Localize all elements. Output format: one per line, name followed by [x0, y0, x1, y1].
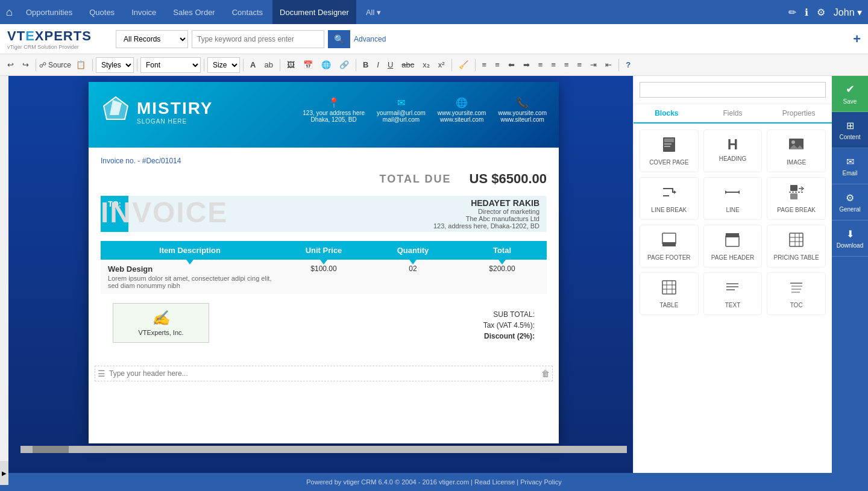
home-icon[interactable]: ⌂: [6, 6, 13, 19]
nav-opportunities[interactable]: Opportunities: [19, 0, 80, 24]
panel-search-input[interactable]: [640, 82, 826, 98]
nav-contacts[interactable]: Contacts: [225, 0, 270, 24]
toc-icon: [788, 279, 805, 299]
nav-invoice[interactable]: Invoice: [124, 0, 163, 24]
erase-button[interactable]: 🧹: [455, 57, 472, 73]
ul-button[interactable]: ≡: [479, 57, 491, 73]
download-button[interactable]: ⬇ Download: [832, 220, 868, 257]
blocks-content: COVER PAGE H HEADING: [634, 124, 832, 473]
font-color-button[interactable]: A: [247, 57, 259, 73]
header-input-bar[interactable]: ☰ 🗑: [95, 366, 553, 381]
invoice-footer-area: ✍ VTExperts, Inc. SUB TOTAL: Tax (VAT 4.…: [101, 294, 547, 352]
item-name: Web Design: [108, 264, 272, 274]
text-label: TEXT: [725, 302, 741, 308]
delete-header-icon[interactable]: 🗑: [541, 369, 550, 378]
superscript-button[interactable]: x²: [435, 57, 448, 73]
redo-button[interactable]: ↪: [19, 57, 33, 73]
toolbar-separator-9: [475, 59, 476, 71]
document-canvas[interactable]: MISTIRY SLOGAN HERE 📍 123, your address …: [8, 76, 633, 473]
block-line-break[interactable]: LINE BREAK: [640, 177, 699, 220]
content-button[interactable]: ⊞ Content: [832, 112, 868, 148]
user-menu[interactable]: John ▾: [834, 7, 862, 18]
right-panel-container: Blocks Fields Properties: [633, 76, 868, 473]
block-pricing-table[interactable]: PRICING TABLE: [767, 225, 826, 267]
collapse-left-arrow[interactable]: ▶: [0, 461, 8, 485]
block-page-header[interactable]: PAGE HEADER: [703, 225, 763, 267]
block-cover-page[interactable]: COVER PAGE: [640, 130, 699, 172]
general-button[interactable]: ⚙ General: [832, 184, 868, 220]
website2-text: www.yoursite.com www.siteurl.com: [498, 110, 547, 123]
align-center[interactable]: ≡: [547, 57, 559, 73]
font-select[interactable]: Font: [140, 57, 201, 73]
invoice-header: MISTIRY SLOGAN HERE 📍 123, your address …: [89, 82, 559, 148]
block-image[interactable]: IMAGE: [767, 130, 826, 172]
tab-fields[interactable]: Fields: [700, 104, 766, 122]
nav-salesorder[interactable]: Sales Order: [166, 0, 222, 24]
block-page-break[interactable]: PAGE BREAK: [767, 177, 826, 220]
quantity-header: Quantity: [397, 246, 429, 255]
tab-blocks[interactable]: Blocks: [634, 104, 700, 124]
indent-button[interactable]: ➡: [520, 57, 533, 73]
tab-properties[interactable]: Properties: [766, 104, 832, 122]
undo-button[interactable]: ↩: [4, 57, 17, 73]
align-left[interactable]: ≡: [535, 57, 547, 73]
search-button[interactable]: 🔍: [328, 30, 350, 48]
image-button[interactable]: 🖼: [283, 57, 298, 73]
block-line[interactable]: LINE: [703, 177, 763, 220]
source-toggle[interactable]: ☍ Source: [39, 61, 71, 69]
search-dropdown[interactable]: All Records: [116, 30, 188, 48]
horizontal-scrollbar[interactable]: [20, 446, 627, 453]
nav-document-designer[interactable]: Document Designer: [272, 0, 356, 24]
table-button[interactable]: 📅: [300, 57, 316, 73]
invoice-totals: SUB TOTAL: Tax (VAT 4.5%): Discount (2%)…: [483, 310, 535, 343]
nav-quotes[interactable]: Quotes: [82, 0, 122, 24]
highlight-button[interactable]: ab: [260, 57, 276, 73]
pricing-table-icon: [788, 231, 805, 252]
add-new-button[interactable]: +: [853, 31, 861, 47]
search-input[interactable]: [192, 30, 324, 48]
block-heading[interactable]: H HEADING: [703, 130, 763, 172]
help-button[interactable]: ?: [622, 57, 634, 73]
signature-block: ✍ VTExperts, Inc.: [113, 303, 209, 343]
unlink-button[interactable]: 🔗: [336, 57, 353, 73]
nav-all[interactable]: All ▾: [359, 0, 388, 24]
subscript-button[interactable]: x₂: [419, 57, 433, 73]
ltr-button[interactable]: ⇥: [587, 57, 600, 73]
align-justify[interactable]: ≡: [574, 57, 586, 73]
link-button[interactable]: 🌐: [318, 57, 335, 73]
header-menu-icon[interactable]: ☰: [98, 369, 105, 378]
tax-row: Tax (VAT 4.5%):: [483, 321, 535, 330]
page-header-icon: [724, 231, 741, 252]
invoice-table: Item Description Unit Price: [101, 241, 547, 294]
edit-icon[interactable]: ✏: [788, 7, 796, 18]
total-due-amount: US $6500.00: [470, 171, 547, 187]
email-button[interactable]: ✉ Email: [832, 148, 868, 184]
source-icon: ☍: [39, 61, 46, 69]
block-text[interactable]: TEXT: [703, 272, 763, 315]
outdent-button[interactable]: ⬅: [505, 57, 518, 73]
block-toc[interactable]: TOC: [767, 272, 826, 315]
size-select[interactable]: Size: [207, 57, 240, 73]
page-header-label: PAGE HEADER: [711, 254, 755, 261]
align-right[interactable]: ≡: [561, 57, 573, 73]
copy-format-button[interactable]: 📋: [72, 57, 89, 73]
header-bar: VTEXPERTS vTiger CRM Solution Provider A…: [0, 24, 868, 54]
ol-button[interactable]: ≡: [491, 57, 503, 73]
save-button[interactable]: ✔ Save: [832, 76, 868, 112]
invoice-watermark-title: INVOICE: [101, 196, 228, 229]
toolbar-separator-7: [356, 59, 356, 71]
strikethrough-button[interactable]: abc: [398, 57, 418, 73]
advanced-link[interactable]: Advanced: [354, 35, 386, 43]
rtl-button[interactable]: ⇤: [602, 57, 615, 73]
info-icon[interactable]: ℹ: [805, 7, 808, 18]
block-page-footer[interactable]: PAGE FOOTER: [640, 225, 699, 267]
underline-button[interactable]: U: [384, 57, 397, 73]
styles-select[interactable]: Styles: [96, 57, 134, 73]
italic-button[interactable]: I: [373, 57, 383, 73]
image-block-icon: [788, 136, 805, 157]
block-table[interactable]: TABLE: [640, 272, 699, 315]
logo-subtitle: vTiger CRM Solution Provider: [7, 44, 79, 50]
bold-button[interactable]: B: [359, 57, 372, 73]
header-input-field[interactable]: [109, 369, 538, 378]
settings-icon[interactable]: ⚙: [817, 7, 825, 18]
